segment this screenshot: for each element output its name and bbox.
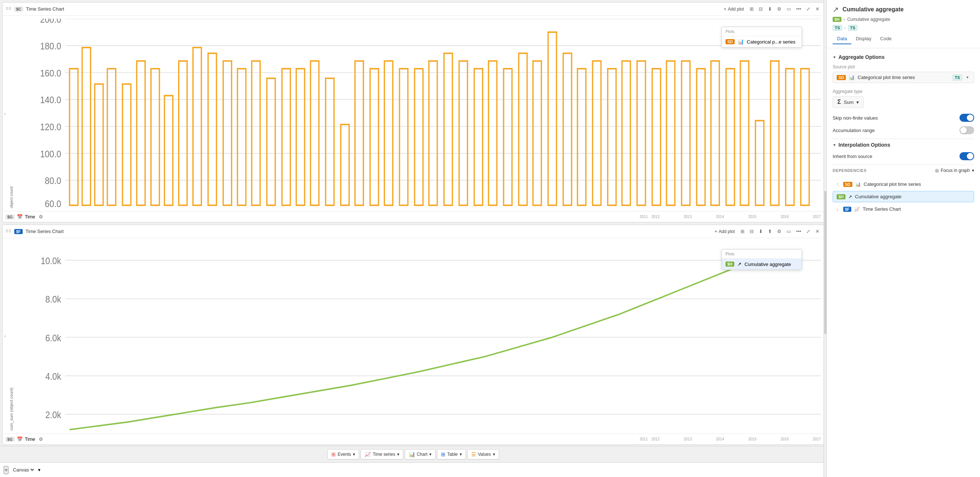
inherit-source-toggle[interactable]	[959, 152, 974, 160]
top-grid-icon[interactable]: ⊟	[757, 5, 764, 13]
add-plot-label: Add plot	[728, 6, 744, 12]
bottom-select-icon[interactable]: ⊞	[739, 228, 746, 235]
bottom-chart-svg: 10.0k 8.0k 6.0k 4.0k 2.0k	[15, 241, 821, 434]
svg-rect-29	[267, 78, 275, 205]
top-add-plot-button[interactable]: + Add plot	[721, 6, 746, 13]
aggregate-chevron-icon: ▼	[833, 55, 836, 59]
dep-list: ↑ SD 📊 Categorical plot time series $H ↗…	[833, 179, 974, 214]
dot-separator: •	[843, 17, 845, 22]
svg-rect-33	[325, 78, 334, 205]
svg-text:120.0: 120.0	[40, 122, 61, 132]
dep-bar-icon: 📊	[855, 182, 861, 187]
bottom-settings-icon[interactable]: ⚙	[776, 228, 783, 235]
tab-data[interactable]: Data	[833, 34, 851, 44]
top-chart-body: ‹ object count 200.0 180.0 160.0 140.0	[3, 16, 824, 211]
dep-item-sf[interactable]: ↓ $F 📈 Time Series Chart	[833, 204, 974, 214]
events-label: Events	[337, 452, 351, 457]
top-download-icon[interactable]: ⬇	[767, 5, 773, 13]
top-frame-icon[interactable]: ▭	[785, 5, 792, 13]
events-button[interactable]: ⊞ Events ▾	[327, 449, 359, 459]
svg-rect-55	[652, 69, 661, 205]
aggregate-type-button[interactable]: Σ Sum ▾	[833, 96, 864, 108]
dep-sf-label: Time Series Chart	[862, 206, 900, 212]
svg-text:8.0k: 8.0k	[45, 294, 61, 305]
top-chart-title: Time Series Chart	[26, 6, 719, 12]
top-expand-icon[interactable]: ⤢	[805, 5, 812, 13]
svg-rect-50	[578, 69, 586, 205]
source-plot-label: Source plot	[833, 64, 974, 70]
top-chart-drag-handle[interactable]: ⠿⠿	[5, 6, 11, 11]
skip-non-finite-label: Skip non-finite values	[833, 115, 878, 121]
canvas-select[interactable]: Canvas	[11, 467, 35, 473]
top-plot-item-sd[interactable]: SD 📊 Categorical p...e series	[722, 36, 802, 47]
focus-in-graph-control[interactable]: ◎ Focus in graph ▾	[935, 168, 974, 173]
bottom-chart-area: 10.0k 8.0k 6.0k 4.0k 2.0k Plots $H ↗ Cum…	[15, 238, 824, 434]
breadcrumb-arrow: ›	[844, 26, 846, 30]
tab-display[interactable]: Display	[851, 34, 876, 44]
aggregate-section-header[interactable]: ▼ Aggregate Options	[833, 54, 974, 60]
source-plot-row: SD 📊 Categorical plot time series TS ▾	[833, 72, 974, 83]
bottom-chart-drag-handle[interactable]: ⠿⠿	[5, 229, 11, 234]
top-chart-panel: ⠿⠿ $C Time Series Chart + Add plot ⊞ ⊟ ⬇…	[2, 2, 824, 222]
top-footer-label: Time	[25, 214, 35, 220]
time-series-icon: 📈	[364, 451, 371, 457]
bottom-download-icon[interactable]: ⬇	[757, 228, 764, 235]
dep-item-sh[interactable]: $H ↗ Cumulative aggregate	[833, 191, 974, 202]
svg-rect-18	[108, 69, 116, 205]
bottom-plot-item-sh[interactable]: $H ↗ Cumulative aggregate	[722, 258, 802, 270]
top-select-icon[interactable]: ⊞	[748, 5, 755, 13]
interpolation-section-header[interactable]: ▼ Interpolation Options	[833, 142, 974, 148]
chart-icon: 📊	[409, 451, 415, 457]
bottom-expand-icon[interactable]: ⤢	[805, 228, 812, 235]
dependencies-label: DEPENDENCIES	[833, 168, 867, 173]
time-series-button[interactable]: 📈 Time series ▾	[361, 449, 403, 459]
bottom-close-icon[interactable]: ✕	[814, 228, 821, 235]
bottom-footer-settings-icon[interactable]: ⚙	[37, 436, 45, 443]
source-plot-group: Source plot SD 📊 Categorical plot time s…	[833, 64, 974, 83]
bottom-grid-icon[interactable]: ⊟	[748, 228, 755, 235]
svg-rect-32	[310, 61, 319, 205]
source-plot-tag: SD	[837, 75, 846, 80]
svg-rect-20	[137, 61, 145, 205]
table-label: Table	[447, 452, 458, 457]
top-close-icon[interactable]: ✕	[814, 5, 821, 13]
top-footer-settings-icon[interactable]: ⚙	[37, 213, 45, 220]
top-settings-icon[interactable]: ⚙	[776, 5, 783, 13]
svg-rect-58	[697, 69, 705, 205]
values-button[interactable]: ☰ Values ▾	[467, 449, 499, 459]
source-plot-dropdown[interactable]: ▾	[965, 74, 970, 80]
chart-button[interactable]: 📊 Chart ▾	[405, 449, 436, 459]
svg-rect-41	[444, 53, 452, 206]
bottom-add-plot-button[interactable]: + Add plot	[712, 228, 737, 235]
bottom-collapse-arrow[interactable]: ‹	[3, 238, 8, 434]
svg-text:180.0: 180.0	[40, 41, 61, 51]
svg-text:80.0: 80.0	[45, 175, 61, 186]
plus-icon: +	[714, 229, 717, 234]
canvas-add-button[interactable]: +	[4, 466, 8, 474]
accumulation-range-toggle[interactable]	[959, 126, 974, 134]
canvas-bar: + Canvas ▾	[0, 463, 826, 477]
dep-line-icon: ↗	[848, 194, 852, 199]
aggregate-section-title: Aggregate Options	[838, 54, 885, 60]
bottom-chart-footer: $G 📅 Time ⚙ 2011 2012 2013 2014 2015 201…	[3, 434, 824, 444]
tab-code[interactable]: Code	[876, 34, 896, 44]
svg-rect-42	[459, 61, 467, 205]
table-button[interactable]: ⊞ Table ▾	[437, 449, 466, 459]
top-more-icon[interactable]: •••	[795, 5, 803, 13]
bottom-plots-popup-header: Plots	[722, 249, 802, 258]
bottom-upload-icon[interactable]: ⬆	[767, 228, 773, 235]
values-chevron: ▾	[493, 452, 495, 457]
dep-item-sd[interactable]: ↑ SD 📊 Categorical plot time series	[833, 179, 974, 190]
svg-rect-64	[786, 69, 794, 205]
svg-rect-40	[429, 61, 438, 205]
table-icon: ⊞	[441, 451, 445, 457]
dep-sd-label: Categorical plot time series	[864, 182, 921, 187]
bottom-frame-icon[interactable]: ▭	[785, 228, 792, 235]
aggregate-dropdown-icon: ▾	[856, 99, 859, 105]
line-chart-icon: ↗	[737, 261, 741, 267]
skip-non-finite-toggle[interactable]	[959, 114, 974, 122]
bottom-more-icon[interactable]: •••	[795, 228, 803, 235]
top-collapse-arrow[interactable]: ‹	[3, 16, 8, 211]
trending-up-icon: ↗	[833, 5, 839, 14]
svg-text:200.0: 200.0	[40, 19, 61, 24]
